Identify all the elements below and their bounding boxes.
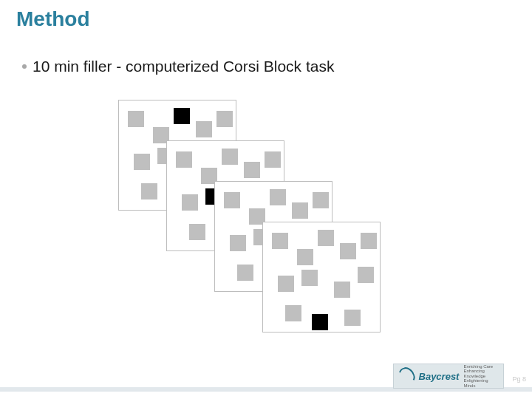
tagline-1: Enriching Care <box>463 364 499 369</box>
block-icon <box>318 230 334 246</box>
block-icon <box>358 267 374 283</box>
bullet-item: 10 min filler - computerized Corsi Block… <box>22 58 334 75</box>
block-icon <box>265 151 281 168</box>
corsi-figure <box>0 89 532 332</box>
block-icon <box>224 192 240 208</box>
slide-title: Method <box>16 7 90 31</box>
block-icon <box>230 235 246 251</box>
bullet-dot-icon <box>22 64 27 69</box>
block-icon <box>222 149 238 165</box>
swoosh-icon <box>396 365 417 387</box>
tagline-2: Enhancing Knowledge <box>463 369 499 378</box>
brand-logo: Baycrest Enriching Care Enhancing Knowle… <box>393 364 504 389</box>
brand-taglines: Enriching Care Enhancing Knowledge Enlig… <box>463 364 499 389</box>
active-block-icon <box>312 314 328 330</box>
block-icon <box>334 282 350 298</box>
block-icon <box>244 162 260 178</box>
block-icon <box>278 276 294 292</box>
block-icon <box>361 233 377 249</box>
page-number: Pg 8 <box>512 375 526 383</box>
block-icon <box>297 249 313 265</box>
block-icon <box>237 265 253 281</box>
bullet-text: 10 min filler - computerized Corsi Block… <box>33 58 334 75</box>
tagline-3: Enlightening Minds <box>463 378 499 388</box>
block-icon <box>285 305 301 321</box>
block-icon <box>216 111 233 127</box>
brand-name: Baycrest <box>419 371 460 382</box>
block-icon <box>182 194 198 211</box>
block-icon <box>128 111 144 127</box>
block-icon <box>141 183 157 200</box>
active-block-icon <box>174 108 190 124</box>
block-icon <box>270 189 286 205</box>
block-icon <box>272 233 288 249</box>
block-icon <box>176 151 192 168</box>
block-icon <box>189 224 205 240</box>
corsi-panel-4 <box>262 222 381 332</box>
block-icon <box>292 202 308 219</box>
block-icon <box>301 270 318 286</box>
block-icon <box>344 310 361 326</box>
block-icon <box>196 121 212 137</box>
block-icon <box>340 243 356 259</box>
block-icon <box>313 192 329 208</box>
block-icon <box>134 154 150 170</box>
